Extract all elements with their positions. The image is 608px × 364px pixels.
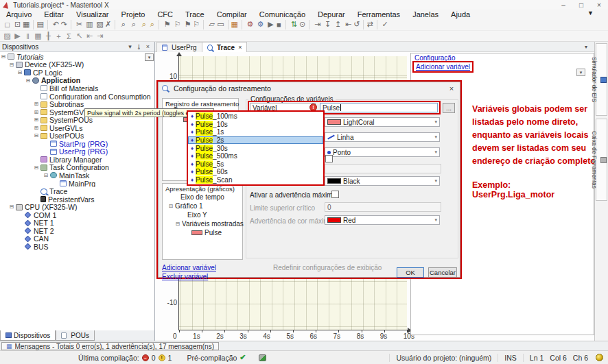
compile-icon[interactable]: ⚙ <box>245 20 255 29</box>
clock-icon[interactable]: ⊙ <box>299 20 309 29</box>
tree-expander-icon[interactable]: ⊞ <box>34 101 40 107</box>
tree-node[interactable]: Pulse <box>165 228 244 237</box>
tree-expander-icon[interactable]: ⊞ <box>34 125 40 131</box>
reset-display-label[interactable]: Redefinir configurações de exibição <box>273 264 382 271</box>
trace-cursor-icon[interactable]: ╂ <box>43 32 54 41</box>
cancel-button[interactable]: Cancelar <box>428 267 457 278</box>
tree-expander-icon[interactable]: ⊟ <box>10 62 16 68</box>
delete-variable-link[interactable]: Excluir variável <box>162 273 208 280</box>
step-into-icon[interactable]: ↧ <box>323 20 333 29</box>
menu-item[interactable]: Ferramentas <box>351 10 406 19</box>
autocomplete-item[interactable]: ♦ Pulse _1s <box>188 128 323 136</box>
bookmark-prev-icon[interactable]: ⚐ <box>172 20 183 29</box>
bookmark-next-icon[interactable]: ⚑ <box>183 20 193 29</box>
print-icon[interactable]: ▤ <box>36 20 47 29</box>
tree-node[interactable]: ⊟ CPU (XF325-W) <box>0 203 154 211</box>
tree-root-dropdown-icon[interactable]: ▾ <box>145 53 154 61</box>
tree-node[interactable]: ⊟ Tutoriais <box>0 53 154 61</box>
tree-node[interactable]: ⊟ UserPOUs <box>0 132 154 140</box>
autocomplete-item[interactable]: ♦ Pulse _60s <box>188 168 323 176</box>
autocomplete-item[interactable]: ♦ Pulse _500ms <box>188 152 323 160</box>
tree-node[interactable]: ⊟ Gráfico 1 <box>165 202 244 210</box>
color-combo[interactable]: LightCoral ▾ <box>325 117 440 127</box>
close-button[interactable]: × <box>590 1 608 9</box>
tree-expander-icon[interactable]: ⊟ <box>1 54 8 60</box>
bookmark-clear-icon[interactable]: ⚐ <box>193 20 204 29</box>
max-warning-checkbox[interactable] <box>331 191 339 198</box>
trace-pause-icon[interactable]: ‖ <box>23 32 33 41</box>
trace-stretch-icon[interactable]: ⇥ <box>95 32 105 41</box>
replace-icon[interactable]: ⌕ <box>139 20 149 29</box>
tree-node[interactable]: ⊟ MainTask <box>0 171 154 180</box>
menu-item[interactable]: Depurar <box>312 10 351 19</box>
tree-expander-icon[interactable]: ⊟ <box>34 133 40 138</box>
bookmark-toggle-icon[interactable]: ⚑ <box>162 20 172 29</box>
autocomplete-item[interactable]: ♦ Pulse _10s <box>188 121 323 129</box>
copy-window-icon[interactable]: ▱ <box>207 20 217 29</box>
tab-toolbox[interactable]: Caixa de Ferramentas <box>596 119 607 201</box>
tree-node[interactable]: NET 1 <box>0 219 154 227</box>
replace-next-icon[interactable]: ⌕ <box>149 20 159 29</box>
tree-node[interactable]: COM 1 <box>0 211 154 219</box>
tree-node[interactable]: MainPrg <box>0 180 154 188</box>
tree-expander-icon[interactable]: ⊞ <box>34 117 40 123</box>
tree-node[interactable]: ⊟ Device (XF325-W) <box>0 61 154 69</box>
tree-node[interactable]: CAN <box>0 235 154 243</box>
tree-node[interactable]: NET 2 <box>0 227 154 235</box>
step-over-icon[interactable]: ⇥ <box>312 20 323 29</box>
tab-close-icon[interactable]: × <box>238 44 242 51</box>
trace-compress-icon[interactable]: ⇤ <box>84 32 95 41</box>
panel-menu-icon[interactable]: ▾ <box>126 43 135 50</box>
write-values-icon[interactable]: ✓ <box>380 20 390 29</box>
autocomplete-item[interactable]: ♦ Pulse _30s <box>188 144 323 152</box>
menu-item[interactable]: Editar <box>38 10 70 19</box>
add-variable-link[interactable]: Adicionar variável <box>416 63 470 71</box>
tree-node[interactable]: ⊟ CP Logic <box>0 69 154 77</box>
variable-list-dropdown-icon[interactable]: ▾ <box>576 69 585 76</box>
reset-icon[interactable]: ↺ <box>353 20 364 29</box>
variable-name-input[interactable]: Pulse <box>320 103 438 112</box>
browse-button[interactable]: ... <box>443 103 455 113</box>
autocomplete-item[interactable]: ♦ Pulse _5s <box>188 160 323 169</box>
tree-node[interactable]: ⊞ SystemPOUs <box>0 116 154 124</box>
tree-node[interactable]: ⊞ UserGVLs <box>0 124 154 132</box>
tree-node[interactable]: Trace <box>0 187 154 195</box>
trace-statistics-icon[interactable]: Σ <box>64 32 74 41</box>
redo-icon[interactable]: ↷ <box>61 20 71 29</box>
undo-icon[interactable]: ↶ <box>51 20 61 29</box>
properties-icon[interactable]: ▭ <box>217 20 228 29</box>
step-out-icon[interactable]: ↥ <box>333 20 343 29</box>
messages-box[interactable]: ▦ Mensagens - Totais 0 erro(s), 1 advert… <box>1 342 219 350</box>
tree-node[interactable]: ⊟ Variáveis mostradas <box>165 219 244 228</box>
tree-node[interactable]: Library Manager <box>0 156 154 164</box>
force-values-icon[interactable]: ⇄ <box>366 20 377 29</box>
menu-item[interactable]: Projeto <box>115 10 152 19</box>
menu-item[interactable]: Arquivo <box>0 10 38 19</box>
open-file-icon[interactable]: ⊡ <box>12 20 23 29</box>
run-icon[interactable]: ▶ <box>266 20 276 29</box>
menu-item[interactable]: Compilar <box>211 10 253 19</box>
max-warning-color-combo[interactable]: Red ▾ <box>325 215 440 225</box>
tree-expander-icon[interactable]: ⊟ <box>44 173 50 178</box>
save-icon[interactable]: ▦ <box>23 20 34 29</box>
trace-start-icon[interactable]: ▶ <box>12 32 23 41</box>
menu-item[interactable]: Comunicação <box>253 10 312 19</box>
autocomplete-item[interactable]: ♦ Pulse _100ms <box>188 112 323 121</box>
tree-expander-icon[interactable]: ⊟ <box>18 70 24 75</box>
tree-node[interactable]: BUS <box>0 243 154 251</box>
ok-button[interactable]: OK <box>397 267 424 278</box>
pin-icon[interactable]: ⊸ <box>135 43 143 51</box>
generate-icon[interactable]: ⚙ <box>255 20 266 29</box>
trace-mouse-icon[interactable]: + <box>54 32 64 41</box>
copy-icon[interactable]: ▥ <box>84 20 95 29</box>
tree-expander-icon[interactable]: ⊟ <box>169 203 175 209</box>
toolbar-overflow-icon[interactable]: ▼ <box>587 10 594 16</box>
tab-userprg[interactable]: UserPrg <box>156 42 202 52</box>
add-variable-link[interactable]: Adicionar variável <box>162 264 216 271</box>
trace-config-icon[interactable]: ▨ <box>2 32 12 41</box>
stop-icon[interactable]: ■ <box>276 20 286 29</box>
language-globe-icon[interactable] <box>596 354 603 361</box>
tree-expander-icon[interactable]: ⊟ <box>34 165 40 171</box>
menu-item[interactable]: Trace <box>179 10 211 19</box>
menu-item[interactable]: CFC <box>151 10 179 19</box>
